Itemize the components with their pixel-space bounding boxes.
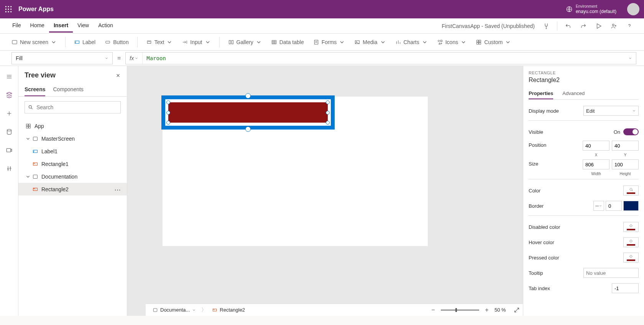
custom-button[interactable]: Custom (472, 37, 515, 48)
tab-index-input[interactable] (612, 283, 639, 293)
play-button[interactable] (592, 20, 606, 32)
svg-point-1 (8, 6, 9, 7)
zoom-in-button[interactable]: + (483, 307, 491, 314)
props-tab-properties[interactable]: Properties (529, 88, 553, 99)
rail-tools[interactable] (5, 164, 14, 173)
icons-button[interactable]: Icons (433, 37, 470, 48)
rectangle2-shape[interactable] (168, 102, 328, 123)
rail-media[interactable] (5, 146, 14, 155)
chevron-down-icon[interactable] (25, 174, 31, 179)
props-name: Rectangle2 (529, 77, 639, 84)
resize-handle-ml[interactable] (166, 111, 170, 115)
forms-button[interactable]: Forms (309, 37, 349, 48)
canvas-stage[interactable] (163, 97, 428, 246)
resize-handle-bl[interactable] (166, 121, 170, 125)
tree-item-documentation[interactable]: Documentation (18, 170, 127, 183)
pressed-color-picker[interactable] (623, 253, 639, 263)
zoom-controls: − + 50 % (429, 307, 520, 314)
expand-formula-icon[interactable] (628, 56, 632, 60)
props-tab-advanced[interactable]: Advanced (562, 88, 585, 99)
tab-components[interactable]: Components (53, 83, 83, 96)
rail-tree-toggle[interactable] (5, 72, 14, 81)
size-height-input[interactable] (612, 159, 639, 169)
button-button[interactable]: Button (101, 37, 132, 48)
breadcrumb-screen[interactable]: Documenta... (149, 307, 200, 313)
breadcrumb-item[interactable]: Rectangle2 (208, 307, 249, 313)
waffle-icon[interactable] (5, 5, 12, 13)
menu-home[interactable]: Home (26, 19, 49, 33)
svg-point-27 (7, 129, 11, 131)
tree-item-rectangle2[interactable]: Rectangle2 ··· (18, 183, 127, 195)
menu-file[interactable]: File (8, 19, 26, 33)
zoom-slider[interactable] (441, 310, 479, 310)
search-input[interactable] (36, 104, 117, 110)
avatar[interactable] (627, 3, 639, 15)
fx-button[interactable]: fx (126, 53, 143, 64)
property-dropdown[interactable]: Fill (12, 52, 113, 64)
disabled-color-picker[interactable] (623, 222, 639, 232)
menu-action[interactable]: Action (94, 19, 118, 33)
formula-input[interactable]: Maroon (143, 55, 624, 61)
new-screen-button[interactable]: New screen (8, 37, 61, 48)
zoom-out-button[interactable]: − (429, 307, 437, 314)
chevron-down-icon[interactable] (25, 136, 31, 141)
redo-button[interactable] (577, 20, 590, 32)
resize-handle-mr[interactable] (326, 111, 330, 115)
tree-item-rectangle1[interactable]: Rectangle1 (18, 158, 127, 170)
rail-treeview[interactable] (5, 90, 14, 100)
undo-button[interactable] (561, 20, 575, 32)
position-y-input[interactable] (612, 141, 639, 151)
environment-selector[interactable]: Environment enayu.com (default) (566, 4, 616, 15)
charts-button[interactable]: Charts (391, 37, 432, 48)
help-button[interactable] (623, 20, 636, 32)
canvas-area[interactable]: Documenta... 〉 Rectangle2 − + 50 % (127, 66, 523, 316)
border-width-input[interactable] (606, 201, 622, 211)
tree-search[interactable] (25, 101, 121, 113)
resize-handle-bm[interactable] (245, 126, 251, 132)
tree-item-label1[interactable]: Label1 (18, 145, 127, 158)
input-button[interactable]: Input (178, 37, 214, 48)
rectangle-icon (212, 307, 217, 313)
rail-insert[interactable] (5, 109, 14, 118)
border-color-picker[interactable] (623, 201, 639, 211)
fit-screen-icon[interactable] (514, 307, 520, 313)
share-button[interactable] (607, 20, 621, 32)
resize-handle-tm[interactable] (245, 93, 251, 98)
resize-handle-tr[interactable] (326, 100, 330, 104)
chevron-down-icon (192, 308, 196, 312)
media-button[interactable]: Media (350, 37, 389, 48)
menu-bar: File Home Insert View Action FirstCanvas… (0, 18, 644, 34)
environment-label: Environment (576, 4, 616, 9)
position-x-input[interactable] (583, 141, 610, 151)
rail-data[interactable] (5, 127, 14, 136)
ribbon-divider (219, 37, 220, 48)
hover-color-picker[interactable] (623, 237, 639, 247)
resize-handle-br[interactable] (326, 121, 330, 125)
svg-rect-34 (26, 126, 28, 128)
ribbon-media-label: Media (363, 39, 377, 45)
size-width-input[interactable] (583, 159, 610, 169)
app-checker-button[interactable] (539, 20, 553, 32)
display-mode-value: Edit (586, 108, 595, 114)
tab-screens[interactable]: Screens (25, 83, 45, 96)
label-button[interactable]: Label (70, 37, 99, 48)
border-style-dropdown[interactable] (593, 201, 604, 211)
tree-item-app[interactable]: App (18, 120, 127, 132)
menu-view[interactable]: View (73, 19, 94, 33)
gallery-button[interactable]: Gallery (224, 37, 266, 48)
display-mode-dropdown[interactable]: Edit (583, 106, 639, 116)
tooltip-input[interactable] (583, 268, 639, 278)
menu-insert[interactable]: Insert (49, 19, 73, 33)
close-icon[interactable] (115, 73, 121, 78)
text-button[interactable]: Text (142, 37, 177, 48)
tree-item-masterscreen[interactable]: MasterScreen (18, 132, 127, 145)
data-table-button[interactable]: Data table (267, 37, 308, 48)
selection-box[interactable] (161, 95, 335, 130)
color-picker[interactable] (623, 185, 639, 195)
prop-label-border: Border (529, 203, 593, 209)
svg-rect-15 (229, 40, 230, 44)
visible-toggle[interactable] (623, 128, 639, 135)
resize-handle-tl[interactable] (166, 100, 170, 104)
rectangle-icon (32, 161, 38, 167)
search-icon (28, 105, 33, 110)
